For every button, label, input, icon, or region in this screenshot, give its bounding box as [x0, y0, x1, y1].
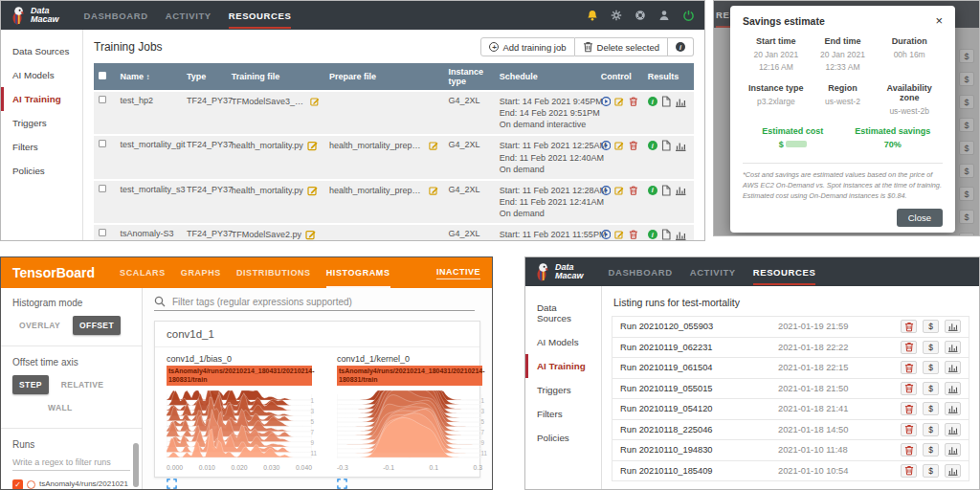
metrics-button[interactable] — [945, 320, 961, 333]
sort-icon[interactable]: ↕ — [145, 73, 149, 81]
nav-dashboard[interactable]: DASHBOARD — [84, 2, 148, 29]
tab-distributions[interactable]: DISTRIBUTIONS — [236, 257, 311, 288]
sidebar-item-triggers[interactable]: Triggers — [525, 378, 601, 402]
run-row[interactable]: Run 20210110_194830 2021-01-10 11:48 $ — [612, 439, 969, 461]
tab-scalars[interactable]: SCALARS — [120, 257, 166, 288]
bell-icon[interactable] — [587, 10, 598, 22]
edit-file-icon[interactable] — [310, 96, 320, 107]
run-radio[interactable] — [27, 480, 35, 489]
metrics-chart-icon[interactable] — [675, 141, 686, 151]
run-row[interactable]: Run 20210120_055903 2021-01-19 21:59 $ — [612, 316, 969, 338]
sidebar-item-data-sources[interactable]: Data Sources — [525, 296, 601, 330]
nav-resources[interactable]: RESOURCES — [229, 2, 292, 29]
gear-icon[interactable] — [611, 10, 622, 21]
delete-selected-button[interactable]: Delete selected — [575, 37, 668, 56]
cost-button[interactable]: $ — [923, 341, 939, 354]
ridgeline-plot-bias[interactable] — [167, 387, 312, 463]
run-row[interactable]: Run 20210119_062231 2021-01-18 22:22 $ — [612, 337, 969, 359]
job-info-icon[interactable]: i — [648, 230, 657, 239]
edit-file-icon[interactable] — [429, 185, 439, 196]
metrics-button[interactable] — [945, 361, 961, 374]
run-checkbox[interactable]: ✓ — [12, 479, 23, 490]
log-file-icon[interactable] — [661, 229, 671, 240]
card-title-conv1d-1[interactable]: conv1d_1 — [155, 322, 479, 347]
metrics-button[interactable] — [945, 341, 961, 354]
cost-button[interactable]: $ — [923, 320, 939, 333]
run-job-icon[interactable] — [601, 229, 612, 240]
metrics-button[interactable] — [945, 382, 961, 395]
delete-run-button[interactable] — [901, 443, 917, 457]
delete-run-button[interactable] — [901, 382, 917, 395]
edit-file-icon[interactable] — [307, 185, 319, 196]
sidebar-item-ai-models[interactable]: AI Models — [1, 63, 82, 87]
run-job-icon[interactable] — [601, 96, 612, 107]
delete-run-button[interactable] — [901, 464, 917, 478]
edit-file-icon[interactable] — [429, 140, 439, 151]
metrics-button[interactable] — [945, 402, 961, 415]
run-row[interactable]: Run 20210118_225046 2021-01-18 14:50 $ — [612, 419, 969, 441]
run-job-icon[interactable] — [601, 140, 612, 151]
delete-run-button[interactable] — [901, 320, 917, 333]
delete-job-icon[interactable] — [629, 229, 638, 240]
metrics-chart-icon[interactable] — [675, 185, 686, 195]
status-dropdown[interactable]: INACTIVE — [436, 267, 480, 279]
select-all-checkbox[interactable] — [99, 72, 106, 79]
ridgeline-plot-kernel[interactable] — [337, 387, 482, 463]
delete-run-button[interactable] — [901, 402, 917, 415]
metrics-button[interactable] — [945, 443, 961, 457]
sidebar-item-filters[interactable]: Filters — [525, 402, 601, 426]
tab-histograms[interactable]: HISTOGRAMS — [326, 257, 390, 288]
edit-job-icon[interactable] — [614, 140, 625, 151]
power-icon[interactable] — [682, 10, 695, 22]
delete-job-icon[interactable] — [629, 96, 638, 107]
run-row[interactable]: Run 20210119_061504 2021-01-18 22:15 $ — [612, 357, 969, 379]
metrics-chart-icon[interactable] — [675, 230, 686, 240]
help-icon[interactable] — [635, 10, 646, 21]
sidebar-item-triggers[interactable]: Triggers — [1, 111, 82, 135]
runs-filter-input[interactable] — [12, 455, 130, 471]
row-checkbox[interactable] — [99, 140, 106, 147]
metrics-button[interactable] — [945, 464, 961, 478]
edit-job-icon[interactable] — [614, 229, 625, 240]
run-row[interactable]: Run 20210119_055015 2021-01-18 21:50 $ — [612, 378, 969, 400]
job-info-icon[interactable]: i — [648, 97, 657, 106]
row-checkbox[interactable] — [99, 185, 106, 192]
edit-file-icon[interactable] — [305, 229, 317, 240]
cost-button[interactable]: $ — [923, 402, 939, 415]
expand-chart-icon[interactable] — [167, 476, 177, 490]
edit-job-icon[interactable] — [614, 185, 625, 196]
row-checkbox[interactable] — [99, 229, 106, 236]
expand-chart-icon[interactable] — [337, 476, 347, 490]
nav-activity[interactable]: ACTIVITY — [166, 2, 212, 29]
edit-job-icon[interactable] — [614, 96, 625, 107]
log-file-icon[interactable] — [661, 140, 671, 151]
run-row[interactable]: Run 20210119_054120 2021-01-18 21:41 $ — [612, 398, 969, 420]
nav-resources[interactable]: RESOURCES — [753, 258, 816, 285]
row-checkbox[interactable] — [99, 96, 106, 103]
offset-mode-button[interactable]: OFFSET — [73, 316, 121, 335]
sidebar-item-ai-models[interactable]: AI Models — [525, 330, 601, 354]
run-job-icon[interactable] — [601, 185, 612, 196]
col-name[interactable]: Name ↕ — [115, 63, 181, 91]
sidebar-item-filters[interactable]: Filters — [1, 135, 82, 159]
runs-scrollbar[interactable] — [133, 443, 139, 487]
run-row[interactable]: Run 20210110_185409 2021-01-10 10:54 $ — [612, 460, 969, 482]
wall-axis-button[interactable]: WALL — [41, 398, 79, 417]
cost-button[interactable]: $ — [923, 443, 939, 457]
add-training-job-button[interactable]: +Add training job — [480, 37, 574, 56]
cost-button[interactable]: $ — [923, 464, 939, 478]
nav-activity[interactable]: ACTIVITY — [690, 258, 736, 285]
close-button[interactable]: Close — [897, 209, 943, 227]
overlay-mode-button[interactable]: OVERLAY — [12, 316, 67, 335]
sidebar-item-ai-training[interactable]: AI Training — [525, 354, 601, 378]
sidebar-item-policies[interactable]: Policies — [1, 159, 82, 183]
metrics-button[interactable] — [945, 423, 961, 436]
filter-tags-input[interactable] — [172, 297, 475, 307]
delete-run-button[interactable] — [901, 341, 917, 354]
job-info-icon[interactable]: i — [648, 186, 657, 195]
cost-button[interactable]: $ — [923, 423, 939, 436]
tab-graphs[interactable]: GRAPHS — [181, 257, 221, 288]
job-info-icon[interactable]: i — [648, 141, 657, 150]
step-axis-button[interactable]: STEP — [12, 375, 49, 394]
delete-job-icon[interactable] — [629, 140, 638, 151]
